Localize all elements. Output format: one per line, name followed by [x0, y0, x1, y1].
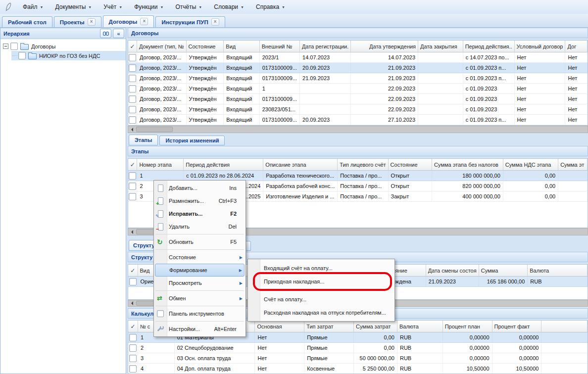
row-checkbox[interactable]	[129, 278, 137, 285]
column-header[interactable]: Сумма этапа без налогов	[432, 159, 503, 171]
column-header[interactable]: Процент план	[443, 321, 492, 332]
close-icon[interactable]: ×	[140, 18, 148, 25]
column-header[interactable]: Описание этапа	[263, 159, 338, 171]
submenu-item[interactable]: Входящий счёт на оплату...	[249, 261, 393, 275]
row-checkbox[interactable]	[129, 172, 136, 180]
menu-item[interactable]: Настройки...Alt+Enter	[155, 323, 245, 335]
menu-item[interactable]: Просмотреть▶	[155, 277, 245, 289]
table-row[interactable]: Договор, 2023/...УтверждёнВходящий017310…	[128, 73, 588, 84]
table-row[interactable]: 404 Доп. оплата трудаНетКосвенные5 250 0…	[128, 364, 588, 374]
column-header[interactable]: Состояние	[187, 41, 224, 52]
collapse-expander-icon[interactable]	[3, 44, 8, 49]
column-header[interactable]: Процент факт	[492, 321, 542, 332]
column-header[interactable]: Основная	[255, 321, 304, 332]
menu-item[interactable]: Размножить...Ctrl+F3	[155, 194, 245, 207]
table-row[interactable]: Договор, 2023/...УтверждёнВходящий017310…	[128, 115, 588, 125]
column-header[interactable]: Дата утверждения	[351, 41, 418, 52]
select-all-header[interactable]: ✓	[128, 265, 138, 277]
menubar-item[interactable]: Отчёты▼	[169, 1, 208, 12]
main-tab[interactable]: Рабочий стол	[2, 16, 52, 27]
main-tab[interactable]: Договоры×	[103, 15, 154, 27]
row-checkbox[interactable]	[129, 64, 136, 72]
column-header[interactable]: Валюта	[528, 265, 588, 277]
column-header[interactable]: Документ (тип, №	[137, 41, 187, 52]
column-header[interactable]: Состояние	[389, 159, 432, 171]
column-header[interactable]: Дата закрытия	[418, 41, 463, 52]
row-checkbox[interactable]	[129, 334, 137, 341]
tree-checkbox[interactable]	[10, 43, 18, 50]
menu-item[interactable]: Формирование▶	[155, 264, 245, 277]
menubar-item[interactable]: Функции▼	[128, 1, 169, 12]
column-header[interactable]: Сумма эт	[558, 159, 588, 171]
main-tab[interactable]: Проекты×	[54, 16, 101, 27]
menu-item[interactable]: Панель инструментов	[155, 307, 245, 320]
column-header[interactable]: Внешний №	[260, 41, 300, 52]
close-icon[interactable]: ×	[88, 18, 96, 26]
row-checkbox[interactable]	[129, 344, 137, 352]
menu-item[interactable]: УдалитьDel	[155, 220, 245, 233]
row-checkbox[interactable]	[129, 85, 136, 93]
column-header[interactable]: Вид	[224, 41, 259, 52]
menubar-item[interactable]: Справка▼	[250, 1, 291, 12]
horizontal-scrollbar[interactable]	[128, 126, 588, 133]
menubar-item[interactable]: Словари▼	[208, 1, 250, 12]
menubar-item[interactable]: Учёт▼	[98, 1, 128, 12]
submenu-item[interactable]: Расходная накладная на отпуск потребител…	[249, 306, 393, 319]
row-checkbox[interactable]	[129, 183, 136, 190]
table-row[interactable]: 1с 01.09.2023 по 28.06.2024Разработка те…	[128, 171, 588, 181]
row-checkbox[interactable]	[129, 54, 136, 61]
menu-item[interactable]: Обмен▶	[155, 292, 245, 305]
row-checkbox[interactable]	[129, 75, 136, 82]
menu-item[interactable]: Состояние▶	[155, 251, 245, 264]
select-all-header[interactable]: ✓	[128, 41, 137, 52]
submenu-item[interactable]: Счёт на оплату...	[249, 292, 393, 306]
collapse-panel-button[interactable]: «	[113, 29, 124, 38]
menu-item[interactable]: ОбновитьF5	[155, 235, 245, 248]
search-button[interactable]	[100, 29, 111, 38]
column-header[interactable]: Номер этапа	[137, 159, 184, 171]
select-all-header[interactable]: ✓	[128, 321, 138, 332]
tree-checkbox[interactable]	[18, 52, 26, 59]
tree-node[interactable]: Договоры	[0, 42, 126, 51]
menu-item[interactable]: Исправить...F2	[155, 207, 245, 220]
section-tab[interactable]: Этапы	[129, 135, 158, 145]
column-header[interactable]: Условный договор	[515, 41, 566, 52]
column-header[interactable]: Дог	[565, 41, 588, 52]
column-header[interactable]: Период действия..	[463, 41, 515, 52]
column-header[interactable]: Сумма затрат	[354, 321, 397, 332]
table-row[interactable]: Договор, 2023/...УтверждёнВходящий230823…	[128, 104, 588, 115]
menu-item[interactable]: Добавить...Ins	[155, 182, 245, 194]
scroll-left-arrow[interactable]	[128, 126, 136, 133]
table-row[interactable]: 202 СпецоборудованиеНетПрямые0,00RUB0,00…	[128, 343, 588, 353]
column-header[interactable]: Дата смены состоя	[426, 265, 479, 277]
row-checkbox[interactable]	[129, 95, 136, 103]
row-checkbox[interactable]	[129, 106, 136, 113]
tree-node[interactable]: НИОКР по ГОЗ без НДС	[0, 51, 126, 60]
scroll-left-arrow[interactable]	[128, 300, 136, 306]
table-row[interactable]: 303 Осн. оплата трудаНетПрямые50 000 000…	[128, 353, 588, 364]
menubar-item[interactable]: Документы▼	[49, 1, 98, 12]
column-header[interactable]: Тип затрат	[304, 321, 354, 332]
column-header[interactable]: Сумма	[479, 265, 528, 277]
column-header[interactable]: Дата регистрации.	[300, 41, 351, 52]
table-row[interactable]: Договор, 2023/...УтверждёнВходящий2023/1…	[128, 52, 588, 63]
column-header[interactable]: Валюта	[397, 321, 443, 332]
submenu-item[interactable]: Приходная накладная...	[249, 275, 393, 288]
row-checkbox[interactable]	[129, 365, 137, 373]
column-header[interactable]	[541, 321, 588, 332]
section-tab[interactable]: История изменений	[159, 136, 225, 145]
select-all-header[interactable]: ✓	[128, 159, 137, 171]
column-header[interactable]: Тип лицевого счёт	[338, 159, 388, 171]
column-header[interactable]: Период действия	[184, 159, 263, 171]
column-header[interactable]: Сумма НДС этапа	[503, 159, 558, 171]
scroll-left-arrow[interactable]	[128, 229, 136, 235]
menubar-item[interactable]: Файл▼	[17, 1, 49, 12]
table-row[interactable]: Договор, 2023/...УтверждёнВходящий017310…	[128, 63, 588, 73]
table-row[interactable]: Договор, 2023/...УтверждёнВходящий122.09…	[128, 84, 588, 94]
row-checkbox[interactable]	[129, 193, 136, 200]
close-icon[interactable]: ×	[211, 18, 219, 26]
main-tab[interactable]: Инструкции ПУП×	[155, 16, 225, 27]
table-row[interactable]: Договор, 2023/...УтверждёнВходящий017310…	[128, 94, 588, 104]
row-checkbox[interactable]	[129, 116, 136, 124]
row-checkbox[interactable]	[129, 355, 137, 362]
